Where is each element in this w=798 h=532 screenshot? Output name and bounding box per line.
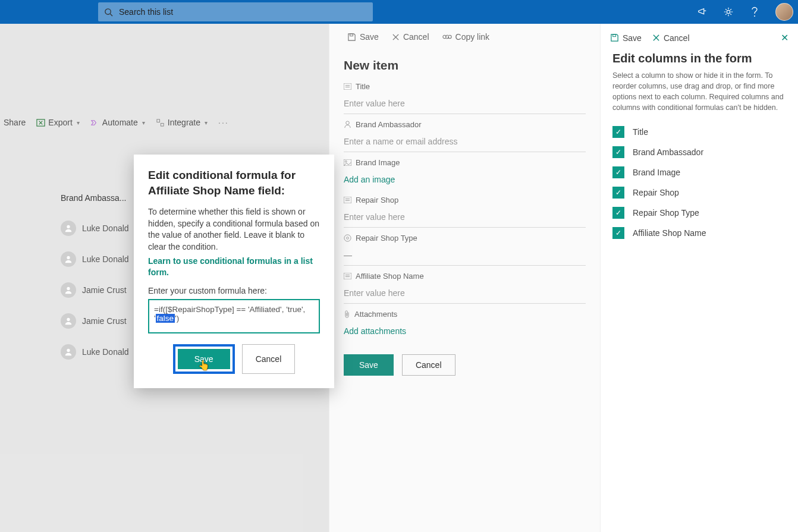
svg-rect-6 [161, 123, 164, 126]
person-icon [61, 344, 76, 360]
list-item-label: Luke Donald [82, 254, 129, 264]
checkbox-icon[interactable]: ✓ [612, 126, 624, 138]
modal-cancel-button[interactable]: Cancel [242, 344, 296, 374]
svg-line-1 [110, 14, 112, 16]
person-icon [61, 251, 76, 267]
suite-right-controls [697, 0, 793, 24]
conditional-formula-modal: Edit conditional formula for Affiliate S… [134, 155, 334, 388]
command-bar: Share Export▾ Automate▾ Integrate▾ ··· [4, 118, 229, 127]
svg-point-2 [727, 10, 730, 13]
chevron-down-icon: ▾ [77, 119, 80, 126]
person-icon [61, 282, 76, 298]
modal-body-text: To determine whether this field is shown… [148, 206, 320, 253]
cursor-icon: 👆 [198, 360, 210, 371]
integrate-button[interactable]: Integrate▾ [156, 118, 208, 127]
checkbox-icon[interactable]: ✓ [612, 207, 624, 219]
more-button[interactable]: ··· [218, 118, 229, 127]
checkbox-icon[interactable]: ✓ [612, 146, 624, 158]
svg-point-10 [67, 318, 70, 321]
help-icon[interactable] [749, 7, 760, 17]
column-item-brand-ambassador[interactable]: ✓Brand Ambassador [612, 142, 786, 162]
modal-save-button[interactable]: Save 👆 [178, 349, 230, 369]
svg-point-9 [67, 287, 70, 290]
save-button-highlight: Save 👆 [173, 344, 235, 374]
svg-point-7 [67, 225, 70, 228]
list-rows: Luke Donald Luke Donald Jamie Crust Jami… [61, 213, 129, 367]
avatar[interactable] [775, 3, 793, 21]
person-icon [61, 221, 76, 236]
checkbox-icon[interactable]: ✓ [612, 187, 624, 199]
search-placeholder: Search this list [119, 7, 173, 17]
column-header-brand-ambassador[interactable]: Brand Ambassa... [61, 193, 127, 203]
export-button[interactable]: Export▾ [36, 118, 79, 127]
edit-columns-save-button[interactable]: Save [610, 33, 642, 43]
list-item[interactable]: Luke Donald [61, 244, 129, 275]
formula-input[interactable]: =if([$RepairShopType] == 'Affiliated', '… [148, 299, 320, 333]
modal-title: Edit conditional formula for Affiliate S… [148, 168, 320, 198]
list-item-label: Luke Donald [82, 223, 129, 233]
automate-button[interactable]: Automate▾ [90, 118, 145, 127]
edit-columns-cancel-button[interactable]: Cancel [652, 33, 690, 43]
panel-dim-overlay [329, 24, 600, 532]
search-box[interactable]: Search this list [98, 2, 373, 21]
column-item-title[interactable]: ✓Title [612, 122, 786, 142]
learn-link[interactable]: Learn to use conditional formulas in a l… [148, 256, 320, 279]
column-item-repair-shop[interactable]: ✓Repair Shop [612, 182, 786, 203]
list-item-label: Jamie Crust [82, 285, 127, 295]
share-button[interactable]: Share [4, 118, 26, 127]
checkbox-icon[interactable]: ✓ [612, 227, 624, 239]
list-item[interactable]: Jamie Crust [61, 306, 129, 336]
checkbox-icon[interactable]: ✓ [612, 166, 624, 178]
column-item-repair-shop-type[interactable]: ✓Repair Shop Type [612, 203, 786, 223]
gear-icon[interactable] [723, 7, 734, 17]
list-item-label: Jamie Crust [82, 316, 127, 326]
person-icon [61, 313, 76, 329]
edit-columns-title: Edit columns in the form [601, 46, 798, 70]
svg-point-3 [754, 15, 755, 17]
close-icon[interactable]: ✕ [781, 32, 788, 43]
suite-header: Search this list [0, 0, 798, 24]
chevron-down-icon: ▾ [205, 119, 208, 126]
column-item-affiliate-shop-name[interactable]: ✓Affiliate Shop Name [612, 223, 786, 243]
chevron-down-icon: ▾ [142, 119, 145, 126]
column-item-brand-image[interactable]: ✓Brand Image [612, 162, 786, 182]
edit-columns-panel: Save Cancel ✕ Edit columns in the form S… [600, 24, 798, 532]
list-item[interactable]: Jamie Crust [61, 275, 129, 306]
new-item-panel: Save Cancel Copy link New item Title Ent… [329, 24, 600, 532]
list-item-label: Luke Donald [82, 347, 129, 357]
svg-point-8 [67, 256, 70, 259]
svg-point-11 [67, 349, 70, 352]
list-item[interactable]: Luke Donald [61, 336, 129, 367]
megaphone-icon[interactable] [697, 7, 708, 17]
list-item[interactable]: Luke Donald [61, 213, 129, 244]
search-icon [104, 8, 113, 17]
formula-label: Enter your custom formula here: [148, 286, 320, 295]
edit-columns-description: Select a column to show or hide it in th… [601, 70, 798, 114]
svg-rect-5 [157, 119, 160, 122]
svg-point-0 [105, 8, 111, 14]
